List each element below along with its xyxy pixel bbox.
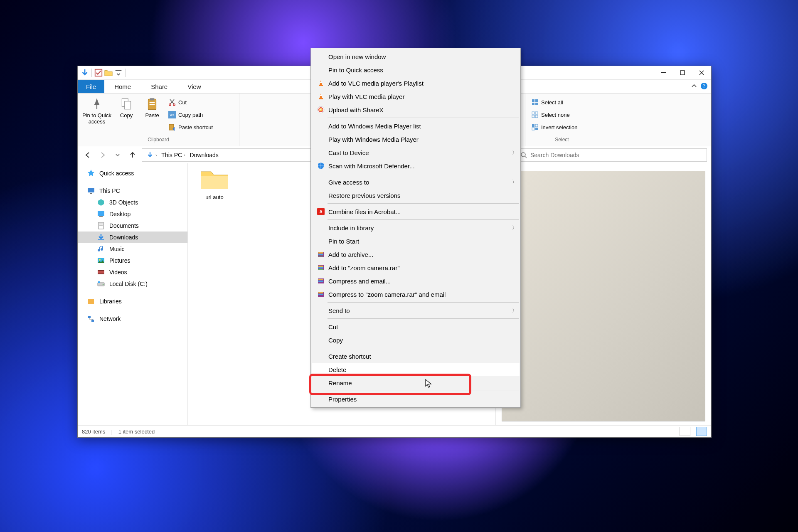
large-icons-view-button[interactable] xyxy=(696,427,707,436)
ctx-pin-start[interactable]: Pin to Start xyxy=(312,234,520,248)
ctx-cut[interactable]: Cut xyxy=(312,320,520,333)
nav-this-pc[interactable]: This PC xyxy=(78,185,187,197)
qat-dropdown-icon[interactable] xyxy=(114,68,123,77)
context-menu[interactable]: Open in new window Pin to Quick access A… xyxy=(310,48,521,408)
folder-qat-icon[interactable] xyxy=(104,68,113,77)
nav-downloads[interactable]: Downloads xyxy=(78,232,187,243)
svg-rect-63 xyxy=(318,252,323,254)
ctx-give-access[interactable]: Give access to〉 xyxy=(312,175,520,189)
ctx-add-rar[interactable]: Add to "zoom camera.rar" xyxy=(312,261,520,274)
paste-shortcut-button[interactable]: Paste shortcut xyxy=(167,122,214,133)
paste-button[interactable]: Paste xyxy=(141,96,163,119)
crumb-thispc[interactable]: This PC xyxy=(161,152,182,158)
svg-rect-36 xyxy=(99,225,103,226)
nav-videos[interactable]: Videos xyxy=(78,266,187,278)
ctx-scan-defender[interactable]: Scan with Microsoft Defender... xyxy=(312,159,520,172)
collapse-ribbon-icon[interactable] xyxy=(691,83,697,89)
svg-rect-48 xyxy=(92,299,94,304)
ctx-vlc-play[interactable]: Play with VLC media player xyxy=(312,90,520,103)
ctx-vlc-add-playlist[interactable]: Add to VLC media player's Playlist xyxy=(312,76,520,90)
ctx-compress-rar-email[interactable]: Compress to "zoom camera.rar" and email xyxy=(312,288,520,301)
forward-button[interactable] xyxy=(97,149,108,161)
ctx-cast-to-device[interactable]: Cast to Device〉 xyxy=(312,146,520,159)
svg-point-13 xyxy=(173,104,175,106)
ctx-rename[interactable]: Rename xyxy=(312,376,520,389)
status-item-count: 820 items xyxy=(82,429,105,435)
svg-point-12 xyxy=(169,104,171,106)
close-button[interactable] xyxy=(692,66,711,79)
help-icon[interactable]: ? xyxy=(700,82,708,90)
ctx-include-library[interactable]: Include in library〉 xyxy=(312,221,520,234)
ctx-delete[interactable]: Delete xyxy=(312,363,520,376)
nav-documents[interactable]: Documents xyxy=(78,220,187,232)
ctx-restore-versions[interactable]: Restore previous versions xyxy=(312,189,520,202)
svg-point-44 xyxy=(103,284,103,285)
copy-button[interactable]: Copy xyxy=(115,96,138,119)
recent-locations-button[interactable] xyxy=(112,149,123,161)
navigation-pane[interactable]: Quick access This PC 3D Objects Desktop … xyxy=(78,163,188,426)
ctx-create-shortcut[interactable]: Create shortcut xyxy=(312,350,520,363)
drive-icon xyxy=(97,280,105,288)
nav-pictures[interactable]: Pictures xyxy=(78,255,187,266)
nav-3d-objects[interactable]: 3D Objects xyxy=(78,197,187,208)
tab-share[interactable]: Share xyxy=(141,80,177,93)
invert-selection-button[interactable]: Invert selection xyxy=(530,122,579,133)
up-button[interactable] xyxy=(127,149,138,161)
svg-rect-35 xyxy=(99,224,103,224)
svg-rect-2 xyxy=(661,72,666,73)
nav-quick-access[interactable]: Quick access xyxy=(78,167,187,179)
tab-view[interactable]: View xyxy=(177,80,211,93)
svg-rect-7 xyxy=(125,101,131,109)
nav-desktop[interactable]: Desktop xyxy=(78,208,187,220)
ctx-open-new-window[interactable]: Open in new window xyxy=(312,50,520,63)
svg-rect-47 xyxy=(90,299,92,304)
cut-button[interactable]: Cut xyxy=(167,97,214,108)
ctx-combine-acrobat[interactable]: ACombine files in Acrobat... xyxy=(312,205,520,218)
back-button[interactable] xyxy=(82,149,94,161)
pin-to-quick-access-button[interactable]: Pin to Quick access xyxy=(82,96,112,125)
paste-shortcut-label: Paste shortcut xyxy=(178,124,213,131)
svg-text:?: ? xyxy=(703,83,705,89)
nav-label: Music xyxy=(109,246,125,252)
preview-thumbnail xyxy=(502,171,705,421)
select-none-button[interactable]: Select none xyxy=(530,109,579,120)
ctx-send-to[interactable]: Send to〉 xyxy=(312,304,520,317)
search-box[interactable]: Search Downloads xyxy=(517,148,707,162)
quick-access-toolbar xyxy=(78,68,127,77)
music-icon xyxy=(97,245,105,253)
nav-music[interactable]: Music xyxy=(78,243,187,255)
checkbox-icon[interactable] xyxy=(94,68,103,77)
details-view-button[interactable] xyxy=(680,427,690,436)
svg-point-39 xyxy=(99,259,101,261)
nav-local-disk[interactable]: Local Disk (C:) xyxy=(78,278,187,290)
ctx-copy[interactable]: Copy xyxy=(312,333,520,347)
tab-file[interactable]: File xyxy=(78,80,104,93)
copy-path-label: Copy path xyxy=(178,112,203,118)
copy-path-button[interactable]: wxCopy path xyxy=(167,109,214,120)
select-all-button[interactable]: Select all xyxy=(530,97,579,108)
minimize-button[interactable] xyxy=(654,66,673,79)
nav-libraries[interactable]: Libraries xyxy=(78,296,187,307)
ctx-properties[interactable]: Properties xyxy=(312,392,520,406)
ctx-wmp-add[interactable]: Add to Windows Media Player list xyxy=(312,119,520,133)
svg-rect-3 xyxy=(680,71,685,75)
ctx-wmp-play[interactable]: Play with Windows Media Player xyxy=(312,133,520,146)
clipboard-group-label: Clipboard xyxy=(78,137,239,146)
crumb-downloads[interactable]: Downloads xyxy=(190,152,218,158)
ctx-sharex-upload[interactable]: Upload with ShareX xyxy=(312,103,520,116)
svg-point-29 xyxy=(521,153,525,157)
ctx-compress-email[interactable]: Compress and email... xyxy=(312,274,520,288)
nav-network[interactable]: Network xyxy=(78,313,187,325)
svg-rect-17 xyxy=(532,99,534,102)
ctx-add-archive[interactable]: Add to archive... xyxy=(312,248,520,261)
down-arrow-icon[interactable] xyxy=(80,68,89,77)
ctx-pin-quick-access[interactable]: Pin to Quick access xyxy=(312,63,520,76)
maximize-button[interactable] xyxy=(673,66,692,79)
svg-rect-71 xyxy=(318,279,323,280)
tab-home[interactable]: Home xyxy=(104,80,141,93)
nav-label: Downloads xyxy=(109,234,138,241)
winrar-icon xyxy=(315,277,327,285)
nav-label: 3D Objects xyxy=(109,199,138,206)
svg-rect-68 xyxy=(318,267,323,268)
folder-item[interactable]: url auto xyxy=(196,167,233,200)
